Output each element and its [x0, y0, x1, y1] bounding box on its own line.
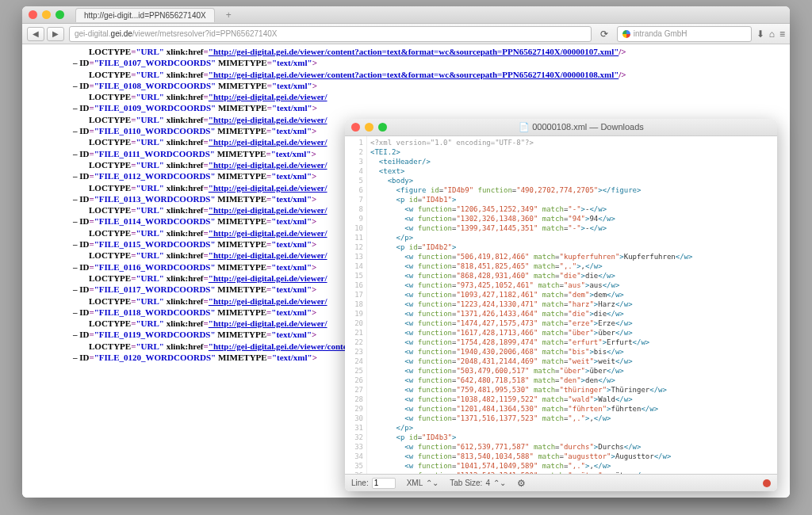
document-icon: 📄	[519, 122, 530, 132]
window-close-icon[interactable]	[29, 10, 37, 19]
search-box[interactable]: intranda GmbH	[617, 26, 752, 42]
editor-minimize-icon[interactable]	[365, 123, 373, 132]
record-indicator-icon	[763, 479, 771, 487]
editor-close-icon[interactable]	[351, 123, 360, 132]
window-zoom-icon[interactable]	[56, 10, 64, 19]
code-area[interactable]: <?xml version="1.0" encoding="UTF-8"?> <…	[367, 136, 777, 474]
back-button[interactable]: ◀	[27, 27, 44, 41]
gear-icon[interactable]: ⚙	[517, 478, 526, 489]
editor-body: 1234567891011121314151617181920212223242…	[345, 136, 777, 474]
menu-icon[interactable]: ≡	[779, 29, 785, 40]
browser-tab-title: http://gei-digit...id=PPN65627140X	[84, 11, 206, 20]
line-field: Line:	[351, 478, 396, 489]
editor-titlebar: 📄 00000108.xml — Downloads	[345, 119, 777, 136]
forward-button[interactable]: ▶	[47, 27, 64, 41]
home-icon[interactable]: ⌂	[769, 29, 775, 40]
new-tab-button[interactable]: +	[221, 10, 236, 21]
reload-button[interactable]: ⟳	[596, 29, 612, 40]
google-icon	[622, 30, 630, 38]
address-domain: gei.de	[111, 29, 132, 38]
address-path: /viewer/metsresolver?id=PPN65627140X	[132, 29, 278, 38]
editor-statusbar: Line: XML ⌃⌄ Tab Size: 4 ⌃⌄ ⚙	[345, 474, 777, 491]
editor-zoom-icon[interactable]	[378, 123, 387, 132]
tabsize-select[interactable]: Tab Size: 4 ⌃⌄	[450, 479, 506, 487]
browser-toolbar: ◀ ▶ gei-digital.gei.de/viewer/metsresolv…	[22, 24, 790, 44]
chevron-updown-icon: ⌃⌄	[493, 479, 506, 487]
editor-window: 📄 00000108.xml — Downloads 1234567891011…	[345, 119, 777, 491]
download-icon[interactable]: ⬇	[756, 29, 764, 40]
browser-titlebar: http://gei-digit...id=PPN65627140X +	[22, 6, 790, 24]
address-prefix: gei-digital.	[75, 29, 111, 38]
editor-title-text: 📄 00000108.xml — Downloads	[392, 122, 771, 132]
line-gutter: 1234567891011121314151617181920212223242…	[345, 136, 367, 474]
window-minimize-icon[interactable]	[42, 10, 51, 19]
search-placeholder: intranda GmbH	[634, 29, 688, 38]
lang-select[interactable]: XML ⌃⌄	[407, 479, 439, 487]
line-input[interactable]	[372, 478, 396, 489]
chevron-updown-icon: ⌃⌄	[426, 479, 439, 487]
address-bar[interactable]: gei-digital.gei.de/viewer/metsresolver?i…	[69, 26, 592, 42]
browser-tab[interactable]: http://gei-digit...id=PPN65627140X	[75, 8, 215, 22]
